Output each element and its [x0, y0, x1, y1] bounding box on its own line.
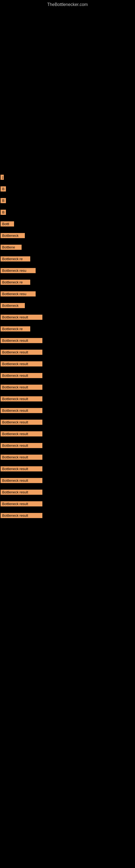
bottleneck-result-bar: B [1, 186, 6, 191]
bottleneck-result-bar: Bottleneck result [1, 420, 42, 425]
bottleneck-result-bar: Bottleneck result [1, 431, 42, 436]
bottleneck-result-bar: Bottleneck result [1, 513, 42, 518]
list-item: Bottleneck result [0, 395, 135, 404]
bottleneck-result-bar: Bottleneck [1, 303, 25, 308]
bottleneck-result-bar: Bottleneck result [1, 408, 42, 413]
bottleneck-result-bar: Bottleneck result [1, 373, 42, 378]
list-item: B [0, 208, 135, 218]
bottleneck-result-bar: Bottleneck result [1, 315, 42, 320]
bottleneck-result-bar: Bottleneck result [1, 501, 42, 506]
bottleneck-result-bar: Bottleneck result [1, 361, 42, 367]
bottleneck-result-bar: B [1, 198, 6, 203]
bottleneck-result-bar: Bottleneck resu [1, 268, 36, 273]
bottleneck-result-bar: | [1, 175, 4, 180]
bottleneck-result-bar: Bottleneck result [1, 443, 42, 448]
list-item: Bottleneck resu [0, 267, 135, 276]
bottleneck-result-bar: Bottleneck result [1, 396, 42, 401]
site-title: TheBottlenecker.com [0, 0, 135, 8]
bottleneck-result-bar: Bottleneck result [1, 350, 42, 355]
list-item: Bottleneck result [0, 453, 135, 463]
bottleneck-result-bar: Bottlene [1, 245, 21, 250]
list-item: Bottleneck result [0, 511, 135, 521]
bottleneck-result-bar: Bottleneck result [1, 478, 42, 483]
list-item: Bottleneck result [0, 383, 135, 393]
list-item: Bottleneck result [0, 336, 135, 346]
list-item: Bottleneck result [0, 476, 135, 486]
list-item: Bottleneck re [0, 255, 135, 264]
bottleneck-result-bar: Bottleneck re [1, 326, 30, 332]
bottleneck-result-bar: Bottleneck result [1, 338, 42, 343]
list-item: | [0, 173, 135, 183]
bottleneck-result-bar: Bottleneck resu [1, 291, 36, 297]
list-item: Bottleneck result [0, 465, 135, 474]
list-item: Bottleneck result [0, 313, 135, 322]
list-item: Bottleneck [0, 301, 135, 311]
bottleneck-result-bar: Bottleneck result [1, 466, 42, 471]
list-item: Bottleneck [0, 231, 135, 241]
bottleneck-result-bar: Bottleneck result [1, 490, 42, 495]
list-item: Bottleneck resu [0, 290, 135, 299]
list-item: Bottleneck re [0, 278, 135, 287]
list-item: Bottleneck result [0, 371, 135, 381]
bottleneck-result-bar: B [1, 210, 6, 215]
list-item: Bottleneck result [0, 348, 135, 358]
list-item: B [0, 196, 135, 206]
list-item: B [0, 185, 135, 194]
bars-container: |BBBBottlBottleneckBottleneBottleneck re… [0, 8, 135, 521]
list-item: Bottleneck result [0, 430, 135, 439]
list-item: Bottleneck result [0, 441, 135, 451]
list-item: Bottleneck result [0, 360, 135, 369]
list-item: Bottleneck result [0, 488, 135, 497]
bottleneck-result-bar: Bottleneck result [1, 455, 42, 460]
bottleneck-result-bar: Bottleneck re [1, 256, 30, 261]
bottleneck-result-bar: Bottl [1, 221, 14, 226]
list-item: Bottl [0, 220, 135, 229]
bottleneck-result-bar: Bottleneck [1, 233, 25, 238]
bottleneck-result-bar: Bottleneck re [1, 280, 30, 285]
list-item: Bottleneck result [0, 406, 135, 416]
bottleneck-result-bar: Bottleneck result [1, 384, 42, 390]
list-item: Bottleneck result [0, 418, 135, 428]
list-item: Bottleneck result [0, 500, 135, 509]
list-item: Bottleneck re [0, 325, 135, 334]
list-item: Bottlene [0, 243, 135, 252]
